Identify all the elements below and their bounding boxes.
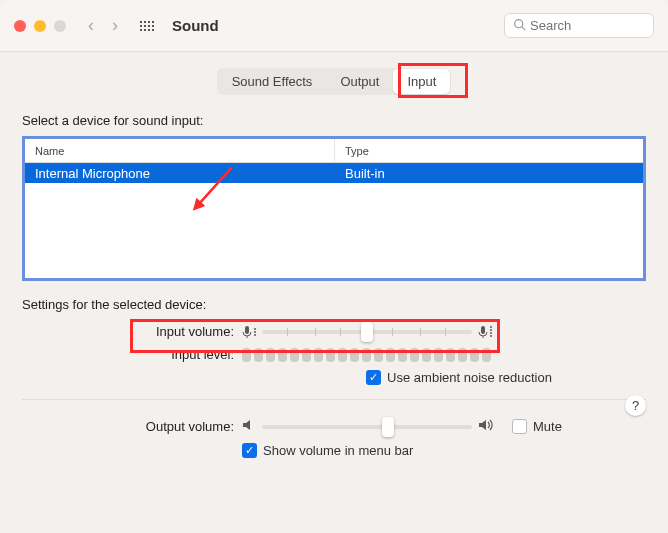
svg-point-0: [515, 19, 523, 27]
table-header: Name Type: [25, 139, 643, 163]
menubar-row: ✓ Show volume in menu bar: [22, 443, 646, 458]
input-volume-knob[interactable]: [361, 322, 373, 342]
input-level-meter: [242, 348, 491, 362]
column-name[interactable]: Name: [25, 139, 335, 162]
search-input[interactable]: [530, 18, 645, 33]
output-volume-label: Output volume:: [22, 419, 242, 434]
ambient-checkbox[interactable]: ✓: [366, 370, 381, 385]
svg-rect-4: [481, 326, 485, 334]
input-device-heading: Select a device for sound input:: [22, 113, 646, 128]
input-volume-slider[interactable]: [262, 330, 472, 334]
speaker-high-icon: [478, 418, 496, 435]
nav-arrows: ‹ ›: [88, 15, 118, 36]
mic-low-icon: [242, 325, 256, 339]
input-level-label: Input level:: [22, 347, 242, 362]
window-toolbar: ‹ › Sound: [0, 0, 668, 52]
output-volume-knob[interactable]: [382, 417, 394, 437]
mic-high-icon: [478, 325, 492, 339]
ambient-row: ✓ Use ambient noise reduction: [22, 370, 646, 385]
input-level-row: Input level:: [22, 347, 646, 362]
close-window-icon[interactable]: [14, 20, 26, 32]
forward-button: ›: [112, 15, 118, 36]
tab-output[interactable]: Output: [326, 69, 393, 94]
mute-checkbox[interactable]: [512, 419, 527, 434]
tab-input[interactable]: Input: [393, 69, 450, 94]
input-volume-row: Input volume:: [22, 324, 646, 339]
output-volume-row: Output volume: Mute: [22, 418, 646, 435]
search-field[interactable]: [504, 13, 654, 38]
mute-label: Mute: [533, 419, 562, 434]
menubar-label: Show volume in menu bar: [263, 443, 413, 458]
table-row[interactable]: Internal Microphone Built-in: [25, 163, 643, 183]
settings-heading: Settings for the selected device:: [22, 297, 646, 312]
speaker-low-icon: [242, 418, 256, 435]
show-all-icon[interactable]: [140, 21, 154, 31]
zoom-window-icon: [54, 20, 66, 32]
ambient-label: Use ambient noise reduction: [387, 370, 552, 385]
device-name-cell: Internal Microphone: [25, 163, 335, 183]
input-volume-label: Input volume:: [22, 324, 242, 339]
minimize-window-icon[interactable]: [34, 20, 46, 32]
traffic-lights: [14, 20, 66, 32]
tab-sound-effects[interactable]: Sound Effects: [218, 69, 327, 94]
column-type[interactable]: Type: [335, 139, 643, 162]
menubar-checkbox[interactable]: ✓: [242, 443, 257, 458]
help-button[interactable]: ?: [625, 395, 646, 416]
window-title: Sound: [172, 17, 219, 34]
device-table: Name Type Internal Microphone Built-in: [22, 136, 646, 281]
back-button[interactable]: ‹: [88, 15, 94, 36]
output-volume-slider[interactable]: [262, 425, 472, 429]
search-icon: [513, 18, 526, 34]
svg-rect-2: [245, 326, 249, 334]
svg-line-1: [522, 26, 525, 29]
tab-bar: Sound Effects Output Input: [22, 68, 646, 95]
device-type-cell: Built-in: [335, 163, 643, 183]
